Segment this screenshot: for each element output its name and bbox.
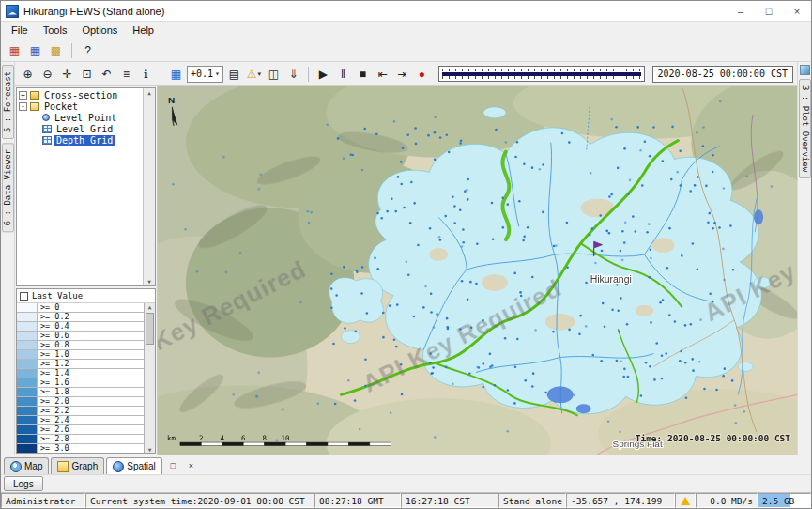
float-pane-button[interactable]: □: [166, 458, 180, 472]
last-value-checkbox[interactable]: [20, 292, 28, 301]
layer-tree: +Cross-section-PocketLevel PointLevel Gr…: [16, 87, 156, 286]
toolbar-separator: [161, 67, 161, 82]
scroll-down-icon[interactable]: ▼: [147, 278, 151, 285]
save-display-icon[interactable]: ⇓: [284, 65, 302, 83]
legend-row: >= 1.8: [17, 388, 144, 397]
grid-value-label: +0.1: [191, 69, 213, 79]
status-memory: 2.5 GB: [758, 493, 811, 508]
zoom-in-icon[interactable]: ⊕: [19, 65, 37, 83]
status-local-time: 16:27:18 CST: [401, 493, 498, 508]
minimize-button[interactable]: –: [727, 1, 755, 21]
legend-value-label: >= 2.4: [38, 416, 144, 424]
window-controls: –□×: [727, 1, 811, 21]
tree-node-cross-section[interactable]: +Cross-section: [17, 89, 143, 100]
legend-row: >= 1.2: [17, 360, 144, 369]
layers-icon[interactable]: ≡: [117, 65, 135, 83]
map-display-icon[interactable]: ▩: [47, 41, 65, 59]
legend-value-label: >= 0.4: [38, 322, 144, 331]
folder-icon: [30, 91, 39, 100]
folder-open-icon: [30, 102, 39, 111]
menu-item-tools[interactable]: Tools: [36, 23, 75, 38]
dock-tab-3-plot-overview[interactable]: 3 : Plot Overview: [799, 79, 811, 178]
globe-icon: [10, 461, 22, 472]
status-network-rate: 0.0 MB/s: [696, 493, 758, 508]
legend-value-label: >= 0: [38, 303, 144, 312]
menu-bar: FileToolsOptionsHelp: [1, 22, 811, 39]
tab-map[interactable]: Map: [4, 457, 49, 474]
legend-swatch: [17, 313, 38, 321]
legend-swatch: [17, 378, 38, 387]
legend-value-label: >= 2.0: [38, 397, 144, 406]
svg-text:2: 2: [199, 434, 204, 442]
import-data-icon[interactable]: ▦: [6, 41, 23, 59]
menu-item-file[interactable]: File: [4, 23, 36, 38]
scroll-down-icon[interactable]: ▼: [145, 446, 155, 453]
spatial-icon: [113, 461, 124, 472]
scroll-up-icon[interactable]: ▲: [147, 89, 151, 96]
stop-button[interactable]: ■: [354, 65, 372, 83]
maximize-button[interactable]: □: [755, 1, 783, 21]
play-button[interactable]: ▶: [314, 65, 332, 83]
menu-item-help[interactable]: Help: [125, 23, 161, 38]
thresholds-warning-icon[interactable]: ⚠▾: [245, 65, 263, 83]
toolbar-separator: [71, 43, 72, 58]
menu-item-options[interactable]: Options: [74, 23, 125, 38]
plot-overview-icon[interactable]: [800, 65, 810, 75]
tree-node-level-grid[interactable]: Level Grid: [17, 123, 143, 134]
expander-icon[interactable]: -: [19, 102, 27, 111]
zoom-out-icon[interactable]: ⊖: [38, 65, 56, 83]
dock-tab-6-data-viewer[interactable]: 6 : Data Viewer: [2, 143, 14, 232]
tree-node-depth-grid[interactable]: Depth Grid: [17, 134, 143, 146]
status-warning[interactable]: [675, 493, 696, 508]
step-forward-button[interactable]: ⇥: [393, 65, 411, 83]
title-bar[interactable]: Hikurangi FEWS (Stand alone) –□×: [1, 1, 811, 22]
zoom-rectangle-icon[interactable]: ⊡: [78, 65, 96, 83]
legend-row: >= 1.0: [17, 350, 144, 360]
close-button[interactable]: ×: [783, 1, 811, 21]
tab-label: Graph: [71, 461, 98, 471]
legend-swatch: [17, 341, 38, 349]
grid-display-icon[interactable]: ▦: [167, 65, 185, 83]
legend-swatch: [17, 350, 38, 359]
tab-spatial[interactable]: Spatial: [106, 457, 162, 474]
tab-graph[interactable]: Graph: [51, 457, 104, 474]
tree-node-pocket[interactable]: -Pocket: [17, 100, 143, 112]
pause-button[interactable]: ‖: [334, 65, 352, 83]
profile-icon[interactable]: ▤: [225, 65, 243, 83]
legend-value-label: >= 0.8: [38, 341, 144, 349]
logs-button[interactable]: Logs: [4, 476, 43, 491]
scroll-thumb[interactable]: [146, 313, 154, 345]
legend-value-label: >= 1.8: [38, 388, 144, 396]
time-slider[interactable]: [438, 66, 645, 82]
help-icon[interactable]: ?: [79, 41, 97, 59]
content-area: ⊕⊖✛⊡↶≡ℹ▦+0.1▾▤⚠▾◫⇓▶‖■⇤⇥●2020-08-25 00:00…: [15, 62, 797, 455]
expander-icon[interactable]: +: [19, 91, 27, 100]
zoom-previous-icon[interactable]: ↶: [98, 65, 115, 83]
record-button[interactable]: ●: [413, 65, 431, 83]
legend-value-label: >= 1.2: [38, 360, 144, 368]
tree-node-label: Depth Grid: [54, 135, 115, 146]
legend-value-label: >= 3.0: [38, 444, 144, 453]
database-view-icon[interactable]: ▦: [26, 41, 44, 59]
tree-scrollbar[interactable]: ▲▼: [143, 88, 155, 285]
tab-label: Spatial: [127, 461, 156, 471]
legend-value-label: >= 1.6: [38, 378, 144, 387]
map-label-hikurangi: Hikurangi: [590, 274, 632, 285]
map-canvas[interactable]: API Key Required API Key Required API Ke…: [158, 86, 797, 455]
map-view[interactable]: API Key Required API Key Required API Ke…: [158, 86, 797, 455]
tree-node-level-point[interactable]: Level Point: [17, 112, 143, 123]
grid-value-combo[interactable]: +0.1▾: [187, 66, 223, 83]
legend-scrollbar[interactable]: ▲ ▼: [144, 303, 155, 453]
dock-tab-5-forecast[interactable]: 5 : Forecast: [2, 65, 14, 139]
legend-body: >= 0>= 0.2>= 0.4>= 0.6>= 0.8>= 1.0>= 1.2…: [17, 302, 155, 453]
legend-value-label: >= 2.2: [38, 407, 144, 415]
legend-swatch: [17, 444, 38, 453]
info-icon[interactable]: ℹ: [137, 65, 155, 83]
bottom-tab-bar: MapGraphSpatial□×: [1, 455, 811, 474]
time-slider-ticks: [442, 76, 641, 79]
close-pane-button[interactable]: ×: [184, 458, 198, 472]
step-backward-button[interactable]: ⇤: [374, 65, 391, 83]
scroll-up-icon[interactable]: ▲: [145, 303, 155, 310]
pan-icon[interactable]: ✛: [58, 65, 76, 83]
animation-export-icon[interactable]: ◫: [265, 65, 283, 83]
